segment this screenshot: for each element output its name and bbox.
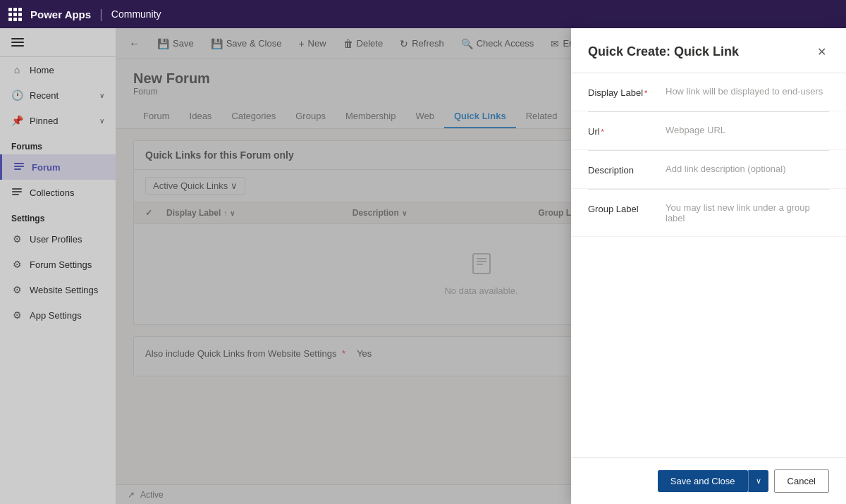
required-star-url: * [601,128,604,136]
field-label-description: Description [588,164,666,176]
required-star-display-label: * [644,89,647,97]
chevron-down-icon: ∨ [756,477,761,485]
modal-overlay: Quick Create: Quick Link ✕ Display Label… [0,28,846,504]
field-label-display-label: Display Label * [588,86,666,98]
save-close-group: Save and Close ∨ [658,470,768,492]
community-label: Community [111,8,161,20]
modal-body: Display Label * How link will be display… [571,73,846,457]
top-navigation: Power Apps | Community [0,0,846,28]
save-close-dropdown-button[interactable]: ∨ [748,470,768,492]
modal-title: Quick Create: Quick Link [588,44,739,59]
field-label-url: Url * [588,125,666,137]
field-label-group-label: Group Label [588,202,666,214]
app-name: Power Apps [30,8,91,20]
save-and-close-button[interactable]: Save and Close [658,470,748,492]
modal-footer: Save and Close ∨ Cancel [571,457,846,504]
modal-header: Quick Create: Quick Link ✕ [571,28,846,73]
main-layout: ⌂ Home 🕐 Recent ∨ 📌 Pinned ∨ Forums Foru… [0,28,846,504]
modal-field-display-label: Display Label * How link will be display… [571,73,846,111]
modal-field-group-label: Group Label You may list new link under … [571,190,846,237]
field-value-display-label[interactable]: How link will be displayed to end-users [666,86,829,97]
cancel-button[interactable]: Cancel [774,469,829,493]
modal-close-button[interactable]: ✕ [814,42,829,61]
app-grid-icon[interactable] [8,8,22,21]
nav-divider: | [99,7,103,22]
field-value-url[interactable]: Webpage URL [666,125,829,135]
modal-field-url: Url * Webpage URL [571,112,846,150]
field-value-description[interactable]: Add link description (optional) [666,164,829,174]
field-value-group-label[interactable]: You may list new link under a group labe… [666,202,829,223]
modal-field-description: Description Add link description (option… [571,151,846,189]
quick-create-panel: Quick Create: Quick Link ✕ Display Label… [571,28,846,504]
